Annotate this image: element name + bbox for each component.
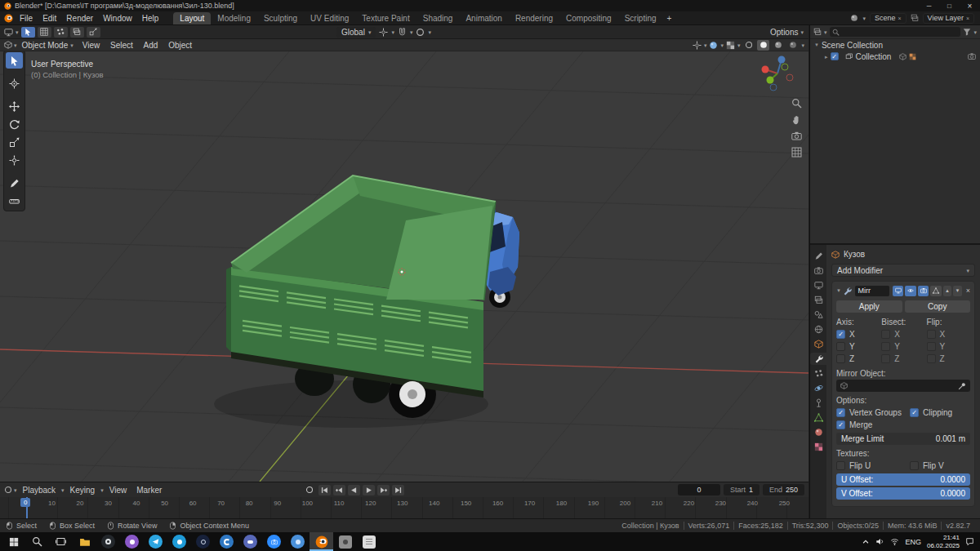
menu-marker[interactable]: Marker <box>132 486 166 495</box>
tab-rendering[interactable]: Rendering <box>509 12 559 24</box>
close-button[interactable]: × <box>960 0 980 11</box>
gimp-icon[interactable] <box>333 532 357 551</box>
xray-toggle-icon[interactable] <box>726 41 735 50</box>
discord-icon[interactable] <box>238 532 262 551</box>
remove-modifier-button[interactable]: × <box>966 287 970 295</box>
chevron-down-icon[interactable]: ▾ <box>862 16 866 21</box>
axis-x-checkbox[interactable]: ✓ <box>836 330 845 339</box>
disclosure-triangle-icon[interactable]: ▸ <box>825 54 828 60</box>
move-tool[interactable] <box>6 98 23 114</box>
menu-view[interactable]: View <box>78 41 105 50</box>
edge-icon[interactable] <box>215 532 238 551</box>
cursor-tool[interactable] <box>6 75 23 91</box>
tab-scripting[interactable]: Scripting <box>618 12 663 24</box>
tab-particles[interactable] <box>810 367 826 380</box>
modifier-name-field[interactable]: Mirr <box>855 286 890 296</box>
viewport-canvas[interactable] <box>0 51 808 482</box>
merge-limit-field[interactable]: Merge Limit 0.001 m <box>836 433 970 445</box>
axis-z-handle[interactable] <box>778 56 786 64</box>
prev-keyframe-button[interactable] <box>333 485 345 495</box>
tab-modifiers[interactable] <box>810 353 826 365</box>
outliner-row-scene-collection[interactable]: ▼ Scene Collection <box>810 39 980 51</box>
outliner-search-input[interactable] <box>830 27 961 37</box>
toggle-realtime-display[interactable] <box>905 286 915 296</box>
menu-playback[interactable]: Playback <box>19 486 60 495</box>
tab-object[interactable] <box>810 338 826 350</box>
snap-magnet-icon[interactable] <box>398 28 407 37</box>
menu-select[interactable]: Select <box>106 41 137 50</box>
chevron-down-icon[interactable]: ▾ <box>14 487 17 493</box>
tab-texture-paint[interactable]: Texture Paint <box>355 12 416 24</box>
view-layer-selector[interactable]: View Layer × <box>923 13 974 24</box>
toggle-editmode-display[interactable] <box>893 286 903 296</box>
chevron-down-icon[interactable]: ▾ <box>410 29 413 35</box>
gizmo-toggle-icon[interactable] <box>693 41 702 50</box>
flip-y-checkbox[interactable] <box>927 342 936 351</box>
browser-icon[interactable] <box>286 532 310 551</box>
zoom-icon-app[interactable] <box>262 532 286 551</box>
task-view-button[interactable] <box>49 532 73 551</box>
move-modifier-down-button[interactable]: ▼ <box>953 286 962 296</box>
options-dropdown[interactable]: Options ▾ <box>770 25 804 39</box>
tab-animation[interactable]: Animation <box>459 12 508 24</box>
start-button[interactable] <box>2 532 25 551</box>
language-indicator[interactable]: ENG <box>905 538 921 546</box>
toggle-cage-display[interactable] <box>930 286 941 296</box>
chevron-down-icon[interactable]: ▾ <box>737 42 741 48</box>
bisect-z-checkbox[interactable] <box>881 354 890 363</box>
notification-center-icon[interactable] <box>965 537 974 546</box>
menu-keying[interactable]: Keying <box>66 486 100 495</box>
transform-tool[interactable] <box>6 152 23 168</box>
tool-option-button-4[interactable] <box>87 27 100 38</box>
tab-render[interactable] <box>810 264 826 277</box>
annotate-tool[interactable] <box>6 175 23 191</box>
menu-render[interactable]: Render <box>61 13 98 24</box>
move-modifier-up-button[interactable]: ▲ <box>943 286 952 296</box>
outliner-row-collection[interactable]: ▸ ✓ Collection <box>810 51 980 62</box>
flip-v-checkbox[interactable] <box>910 461 919 470</box>
overlays-toggle-icon[interactable] <box>709 41 718 50</box>
shading-rendered-button[interactable] <box>786 40 799 51</box>
chevron-down-icon[interactable]: ▾ <box>973 29 977 35</box>
next-keyframe-button[interactable] <box>377 485 390 495</box>
mode-dropdown[interactable]: Object Mode ▾ <box>19 40 77 51</box>
toggle-render-display[interactable] <box>918 286 929 296</box>
add-workspace-button[interactable]: + <box>663 12 676 24</box>
add-modifier-dropdown[interactable]: Add Modifier ▾ <box>831 264 975 277</box>
maximize-button[interactable]: □ <box>939 0 960 11</box>
render-visibility-camera-icon[interactable] <box>968 52 976 60</box>
tab-uv-editing[interactable]: UV Editing <box>304 12 355 24</box>
proportional-editing-icon[interactable] <box>416 28 425 37</box>
tab-shading[interactable]: Shading <box>416 12 460 24</box>
auto-key-record-button[interactable] <box>304 485 316 495</box>
tab-physics[interactable] <box>810 382 826 394</box>
navigation-gizmo[interactable] <box>760 56 795 91</box>
scene-browse-icon[interactable] <box>850 14 858 22</box>
jump-to-start-button[interactable] <box>318 485 331 495</box>
tab-constraints[interactable] <box>810 397 826 409</box>
chevron-down-icon[interactable]: ▾ <box>801 42 804 48</box>
tab-layout[interactable]: Layout <box>173 12 211 24</box>
ortho-toggle-icon[interactable] <box>791 147 802 158</box>
shading-material-button[interactable] <box>772 40 784 51</box>
network-icon[interactable] <box>890 537 899 546</box>
editor-type-icon[interactable] <box>4 28 13 37</box>
close-icon[interactable]: × <box>898 16 901 21</box>
tab-view-layer[interactable] <box>810 294 826 306</box>
tool-option-button-1[interactable] <box>38 27 51 38</box>
select-box-tool[interactable] <box>6 52 23 69</box>
view-layer-icon[interactable] <box>911 14 919 22</box>
start-frame-field[interactable]: Start1 <box>724 484 760 495</box>
pivot-point-icon[interactable] <box>379 28 388 37</box>
chevron-down-icon[interactable]: ▾ <box>391 29 394 35</box>
rotate-tool[interactable] <box>6 116 23 132</box>
timeline-editor-icon[interactable] <box>4 486 12 494</box>
viber-icon[interactable] <box>120 532 144 551</box>
shading-solid-button[interactable] <box>757 40 769 51</box>
tray-expand-icon[interactable] <box>862 538 870 546</box>
clipping-checkbox[interactable]: ✓ <box>910 408 919 417</box>
tab-modeling[interactable]: Modeling <box>211 12 257 24</box>
skype-icon[interactable] <box>167 532 191 551</box>
end-frame-field[interactable]: End250 <box>763 484 804 495</box>
tab-world[interactable] <box>810 323 826 335</box>
